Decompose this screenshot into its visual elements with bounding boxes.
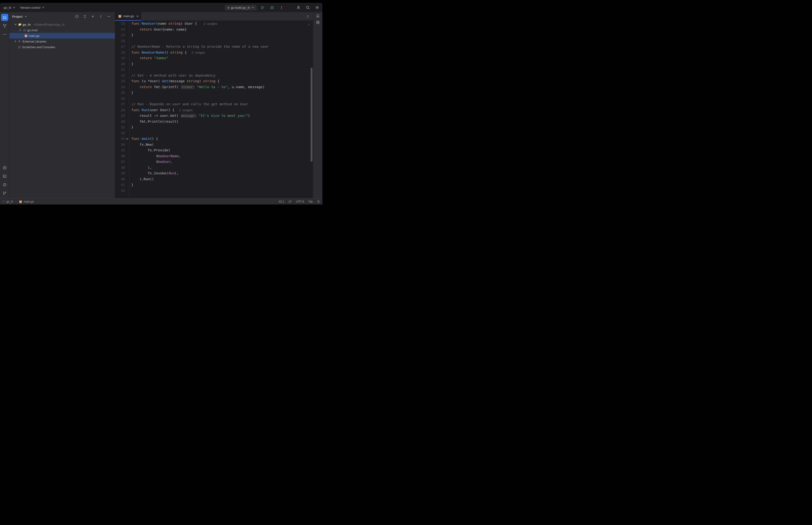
right-tool-strip [313, 12, 322, 198]
title-bar: go_fx Version control ▣ go build go_fx [0, 3, 322, 12]
svg-point-4 [298, 6, 299, 7]
code-line: func (u *User) Get(message string) strin… [131, 78, 313, 84]
search-icon [306, 6, 310, 10]
project-tree: 📁 go_fx ~/GolandProjects/go_fx ▤ go.mod … [10, 21, 115, 51]
left-tool-strip [0, 12, 10, 198]
code-with-me-button[interactable] [295, 4, 302, 11]
line-number: 25 [115, 90, 125, 96]
expand-icon [83, 15, 87, 18]
collapse-all-button[interactable] [90, 13, 96, 20]
svg-rect-9 [4, 26, 5, 27]
run-button[interactable] [259, 4, 266, 11]
services-tool-button[interactable] [1, 164, 8, 171]
go-file-icon: 🐹 [118, 14, 122, 18]
project-selector[interactable]: go_fx [4, 6, 16, 10]
tree-scratches[interactable]: ▤ Scratches and Consoles [10, 44, 115, 50]
breadcrumb-file[interactable]: main.go [24, 200, 34, 203]
code-area[interactable]: ✓ func NewUser(name string) User { 2 usa… [129, 21, 313, 198]
database-button[interactable] [316, 20, 320, 25]
scrollbar-thumb[interactable] [311, 68, 312, 162]
expand-all-button[interactable] [81, 13, 88, 20]
cursor-position[interactable]: 42:1 [279, 200, 284, 203]
code-line: } [131, 32, 313, 38]
code-line: } [131, 61, 313, 67]
vcs-selector[interactable]: Version control [20, 6, 45, 10]
tab-more-button[interactable] [305, 13, 311, 20]
close-icon[interactable] [136, 15, 139, 17]
svg-point-10 [3, 34, 4, 35]
panel-options-button[interactable] [97, 13, 104, 20]
svg-point-19 [101, 15, 101, 16]
go-file-icon: 🐹 [19, 200, 22, 203]
chevron-down-icon[interactable] [25, 15, 27, 18]
code-line [131, 130, 313, 136]
code-line: } [131, 124, 313, 130]
line-number: 39 [115, 170, 125, 176]
svg-point-2 [281, 7, 282, 8]
folder-icon: 📁 [18, 22, 21, 26]
tree-root-path: ~/GolandProjects/go_fx [33, 23, 65, 26]
svg-point-25 [317, 21, 319, 22]
code-line: // Get - A method with user as dependenc… [131, 73, 313, 78]
chevron-down-icon [13, 6, 16, 9]
chevron-right-icon [14, 40, 17, 43]
svg-point-23 [308, 16, 308, 16]
hide-panel-button[interactable] [106, 13, 112, 20]
line-number: 15 [115, 32, 125, 38]
readonly-lock-icon[interactable] [317, 200, 320, 204]
indent[interactable]: Tab [308, 200, 313, 203]
person-icon [296, 6, 300, 10]
line-number: 17 [115, 44, 125, 49]
breadcrumb-project[interactable]: go_fx [6, 200, 13, 203]
structure-icon [3, 24, 6, 28]
more-tool-button[interactable] [1, 31, 8, 38]
more-button[interactable] [278, 4, 285, 11]
select-opened-button[interactable] [74, 13, 80, 20]
git-tool-button[interactable] [1, 190, 8, 197]
search-button[interactable] [305, 4, 311, 11]
structure-tool-button[interactable] [1, 22, 8, 29]
folder-icon [3, 15, 6, 19]
module-icon: ▤ [22, 28, 26, 32]
debug-button[interactable] [269, 4, 275, 11]
notifications-button[interactable] [316, 14, 320, 18]
line-number: 23 [115, 78, 125, 84]
line-number: 32 [115, 130, 125, 136]
code-line: NewUser, [131, 159, 313, 165]
code-line: // NewUserName - Returns a string to pro… [131, 44, 313, 49]
editor-tab-maingo[interactable]: 🐹 main.go [115, 12, 141, 21]
tree-maingo-label: main.go [29, 34, 40, 38]
settings-button[interactable] [314, 4, 321, 11]
panel-title: Project [12, 15, 22, 18]
code-line: fx.New( [131, 142, 313, 148]
line-number: 40 [115, 176, 125, 182]
tree-item-maingo[interactable]: 🐹 main.go [10, 33, 115, 39]
project-tool-button[interactable] [1, 14, 8, 21]
bell-icon [316, 14, 320, 18]
encoding[interactable]: UTF-8 [296, 200, 304, 203]
run-line-icon[interactable]: ▶ [127, 136, 128, 142]
tree-root[interactable]: 📁 go_fx ~/GolandProjects/go_fx [10, 21, 115, 27]
go-file-icon: 🐹 [24, 34, 28, 38]
problems-tool-button[interactable] [1, 181, 8, 188]
tree-item-gomod[interactable]: ▤ go.mod [10, 27, 115, 33]
code-line: return "James" [131, 55, 313, 61]
line-number: 27 [115, 101, 125, 107]
terminal-tool-button[interactable] [1, 173, 8, 180]
git-branch-icon [3, 191, 6, 195]
svg-point-17 [5, 192, 6, 193]
tree-external-libs[interactable]: ⊪ External Libraries [10, 39, 115, 44]
svg-rect-13 [3, 175, 6, 177]
project-panel: Project 📁 go_fx ~/GolandProjects/go_fx [10, 12, 115, 198]
status-bar: ▢ go_fx › 🐹 main.go 42:1 LF UTF-8 Tab [0, 198, 322, 205]
chevron-down-icon [251, 6, 254, 9]
code-line: func NewUserName() string {2 usages [131, 49, 313, 56]
svg-point-15 [3, 192, 4, 193]
scrollbar-track[interactable] [310, 21, 313, 198]
bug-icon [270, 6, 274, 10]
tab-label: main.go [123, 14, 134, 18]
editor-body[interactable]: 13 14 15 16 17 18 19 20 21 22 23 24 25 2… [115, 21, 313, 198]
line-ending[interactable]: LF [289, 200, 292, 203]
code-line: func Run(user User) {2 usages [131, 107, 313, 113]
run-config-selector[interactable]: ▣ go build go_fx [225, 5, 257, 10]
